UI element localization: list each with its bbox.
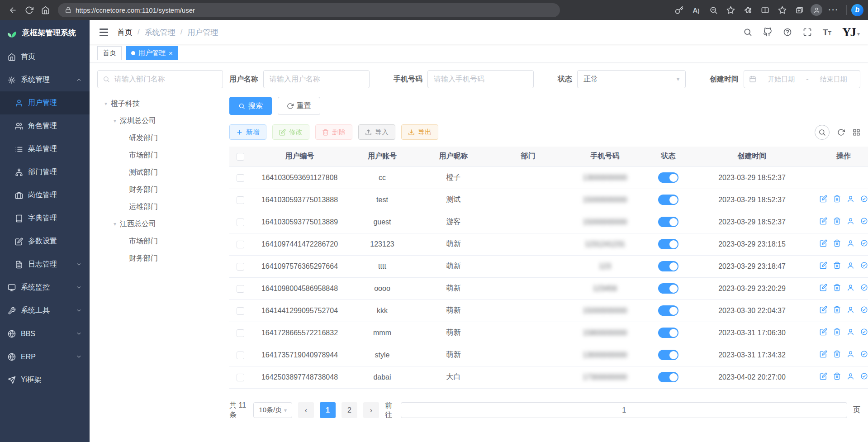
row-checkbox[interactable] <box>237 196 244 204</box>
row-checkbox[interactable] <box>237 174 244 182</box>
caret-down-icon[interactable]: ▾ <box>110 118 120 124</box>
sidebar-item-role-mgmt[interactable]: 角色管理 <box>0 114 90 138</box>
page-button-2[interactable]: 2 <box>342 402 357 418</box>
favorites-button[interactable] <box>774 2 790 18</box>
sidebar-toggle-icon[interactable] <box>98 27 110 38</box>
sidebar-item-system-mgmt[interactable]: 系统管理 <box>0 68 90 91</box>
assign-role-icon[interactable] <box>860 239 868 247</box>
fullscreen-icon[interactable] <box>803 28 812 37</box>
edit-button[interactable]: 修改 <box>272 124 309 140</box>
reset-button[interactable]: 重置 <box>278 97 320 115</box>
reset-password-icon[interactable] <box>847 372 854 380</box>
assign-role-icon[interactable] <box>860 261 868 269</box>
sidebar-item-user-mgmt[interactable]: 用户管理 <box>0 91 90 114</box>
prev-page-button[interactable]: ‹ <box>298 402 314 418</box>
username-input[interactable] <box>263 70 370 88</box>
font-size-icon[interactable]: TT <box>823 28 831 37</box>
tree-node[interactable]: ▾ 测试部门 <box>97 164 223 181</box>
add-button[interactable]: 新增 <box>229 124 266 140</box>
delete-icon[interactable] <box>833 284 841 291</box>
row-checkbox[interactable] <box>237 219 244 226</box>
read-aloud-button[interactable]: A) <box>688 2 704 18</box>
row-checkbox[interactable] <box>237 285 244 293</box>
assign-role-icon[interactable] <box>860 284 868 291</box>
row-checkbox[interactable] <box>237 241 244 248</box>
tree-node[interactable]: ▾ 财务部门 <box>97 181 223 198</box>
phone-input[interactable] <box>427 70 534 88</box>
assign-role-icon[interactable] <box>860 195 868 203</box>
status-select[interactable]: 正常 ▾ <box>577 70 686 88</box>
sidebar-item-yi-framework[interactable]: Yi框架 <box>0 368 90 391</box>
tree-node[interactable]: ▾ 市场部门 <box>97 233 223 250</box>
row-checkbox[interactable] <box>237 352 244 359</box>
export-button[interactable]: 导出 <box>401 124 438 140</box>
dept-search-input[interactable] <box>97 70 223 88</box>
caret-down-icon[interactable]: ▾ <box>110 221 120 227</box>
add-favorite-button[interactable] <box>722 2 739 18</box>
refresh-table-icon[interactable] <box>837 128 845 136</box>
next-page-button[interactable]: › <box>363 402 379 418</box>
sidebar-item-dept-mgmt[interactable]: 部门管理 <box>0 161 90 184</box>
edit-icon[interactable] <box>820 328 827 336</box>
edit-icon[interactable] <box>820 261 827 269</box>
sidebar-item-erp[interactable]: ERP <box>0 345 90 368</box>
edit-icon[interactable] <box>820 350 827 358</box>
sidebar-item-menu-mgmt[interactable]: 菜单管理 <box>0 138 90 161</box>
delete-button[interactable]: 删除 <box>315 124 352 140</box>
close-icon[interactable]: × <box>169 49 173 57</box>
assign-role-icon[interactable] <box>860 372 868 380</box>
delete-icon[interactable] <box>833 195 841 203</box>
sidebar-item-log-mgmt[interactable]: 日志管理 <box>0 253 90 276</box>
browser-home-button[interactable] <box>37 2 53 18</box>
status-toggle[interactable] <box>658 217 678 227</box>
split-screen-button[interactable] <box>757 2 773 18</box>
browser-refresh-button[interactable] <box>21 2 37 18</box>
reset-password-icon[interactable] <box>847 195 854 203</box>
browser-profile-button[interactable] <box>808 2 825 18</box>
tree-node[interactable]: ▾ 运维部门 <box>97 198 223 215</box>
status-toggle[interactable] <box>658 350 678 360</box>
reset-password-icon[interactable] <box>847 284 854 291</box>
help-icon[interactable] <box>783 28 792 37</box>
select-all-checkbox[interactable] <box>237 153 244 161</box>
delete-icon[interactable] <box>833 239 841 247</box>
sidebar-item-post-mgmt[interactable]: 岗位管理 <box>0 184 90 207</box>
sidebar-item-sys-monitor[interactable]: 系统监控 <box>0 276 90 299</box>
page-size-select[interactable]: 10条/页 ▾ <box>253 402 292 418</box>
password-key-button[interactable] <box>671 2 687 18</box>
reset-password-icon[interactable] <box>847 306 854 314</box>
delete-icon[interactable] <box>833 261 841 269</box>
edit-icon[interactable] <box>820 239 827 247</box>
edit-icon[interactable] <box>820 306 827 314</box>
sidebar-item-param-setting[interactable]: 参数设置 <box>0 230 90 253</box>
reset-password-icon[interactable] <box>847 217 854 225</box>
reset-password-icon[interactable] <box>847 261 854 269</box>
browser-menu-button[interactable]: ··· <box>825 2 842 18</box>
row-checkbox[interactable] <box>237 307 244 315</box>
assign-role-icon[interactable] <box>860 328 868 336</box>
tag-home[interactable]: 首页 <box>97 46 122 60</box>
github-icon[interactable] <box>763 28 772 37</box>
delete-icon[interactable] <box>833 306 841 314</box>
tree-node[interactable]: ▾ 研发部门 <box>97 129 223 147</box>
user-avatar-menu[interactable]: YJ ▾ <box>842 27 860 38</box>
reset-password-icon[interactable] <box>847 328 854 336</box>
delete-icon[interactable] <box>833 350 841 358</box>
reset-password-icon[interactable] <box>847 239 854 247</box>
delete-icon[interactable] <box>833 328 841 336</box>
status-toggle[interactable] <box>658 195 678 205</box>
sidebar-item-sys-tools[interactable]: 系统工具 <box>0 299 90 322</box>
row-checkbox[interactable] <box>237 263 244 271</box>
sidebar-item-dict-mgmt[interactable]: 字典管理 <box>0 207 90 230</box>
goto-page-input[interactable] <box>401 402 847 418</box>
assign-role-icon[interactable] <box>860 306 868 314</box>
column-settings-icon[interactable] <box>853 128 860 136</box>
edit-icon[interactable] <box>820 284 827 291</box>
row-checkbox[interactable] <box>237 374 244 381</box>
reset-password-icon[interactable] <box>847 350 854 358</box>
search-icon[interactable] <box>743 28 752 37</box>
caret-down-icon[interactable]: ▾ <box>101 100 111 107</box>
edit-icon[interactable] <box>820 372 827 380</box>
status-toggle[interactable] <box>658 305 678 316</box>
delete-icon[interactable] <box>833 217 841 225</box>
